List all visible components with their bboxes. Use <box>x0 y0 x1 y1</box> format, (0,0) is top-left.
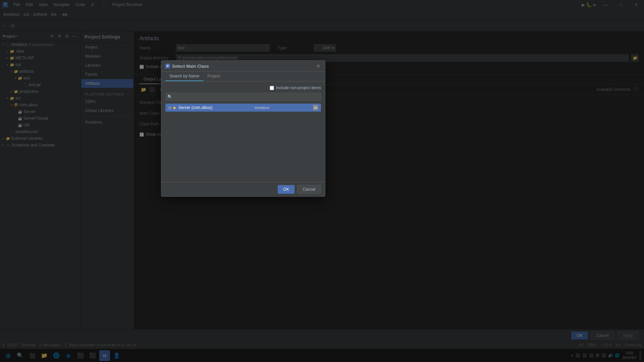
search-input[interactable] <box>165 93 321 101</box>
non-project-label: Include non-project items <box>276 85 321 90</box>
dialog-content: Include non-project items 🔍 ◎ ▶ Server (… <box>161 81 325 182</box>
result-item-server[interactable]: ◎ ▶ Server (com.aibus) testaibus m <box>165 104 321 112</box>
dialog-tabs: Search by Name Project <box>161 72 325 81</box>
dialog-footer: OK Cancel <box>161 182 325 196</box>
result-list: ◎ ▶ Server (com.aibus) testaibus m <box>165 104 321 112</box>
result-item-left: ◎ ▶ Server (com.aibus) <box>168 105 212 110</box>
dialog-tab-project[interactable]: Project <box>203 72 224 81</box>
dialog-icon: P <box>165 64 170 68</box>
run-icon: ▶ <box>173 105 176 110</box>
search-container: 🔍 <box>165 93 321 101</box>
dialog-title-text: Select Main Class <box>172 64 209 69</box>
select-main-class-dialog: P Select Main Class ✕ Search by Name Pro… <box>161 60 325 197</box>
dialog-title: P Select Main Class <box>165 64 209 69</box>
dialog-close-btn[interactable]: ✕ <box>316 63 321 69</box>
non-project-row: Include non-project items <box>165 85 321 90</box>
search-row: 🔍 <box>165 93 321 101</box>
dialog-tab-search[interactable]: Search by Name <box>165 72 203 81</box>
dialog-ok-btn[interactable]: OK <box>278 185 294 194</box>
result-tag: testaibus <box>255 106 269 110</box>
result-module-icon: m <box>313 105 318 110</box>
result-class-name: Server (com.aibus) <box>178 105 212 110</box>
dialog-title-bar: P Select Main Class ✕ <box>161 61 325 72</box>
class-icon: ◎ <box>168 105 171 110</box>
non-project-checkbox[interactable] <box>270 86 274 90</box>
dialog-overlay: P Select Main Class ✕ Search by Name Pro… <box>0 0 644 362</box>
dialog-cancel-btn[interactable]: Cancel <box>297 185 321 194</box>
search-icon: 🔍 <box>167 95 172 99</box>
